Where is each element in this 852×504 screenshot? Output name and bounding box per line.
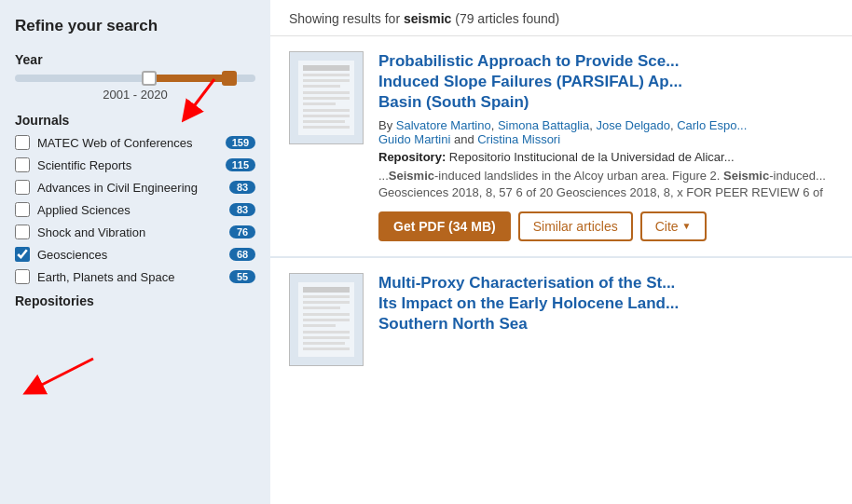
journal-item: Shock and Vibration 76: [15, 225, 255, 239]
year-slider-fill: [147, 75, 231, 82]
author-link[interactable]: Salvatore Martino: [396, 118, 491, 132]
article-preview-image: [298, 61, 354, 135]
journal-count: 68: [229, 248, 255, 261]
svg-rect-18: [303, 295, 350, 298]
journals-section: Journals MATEC Web of Conferences 159 Sc…: [15, 113, 255, 308]
journal-checkbox-shock[interactable]: [15, 225, 30, 239]
journal-count: 159: [226, 136, 255, 149]
results-suffix: (79 articles found): [451, 11, 559, 26]
journal-count: 115: [226, 158, 255, 171]
journal-name: Applied Sciences: [37, 203, 222, 217]
journal-checkbox-scientific[interactable]: [15, 157, 30, 172]
svg-rect-12: [303, 109, 350, 112]
svg-rect-26: [303, 342, 345, 345]
svg-rect-15: [303, 126, 350, 129]
journal-count: 83: [229, 203, 255, 216]
svg-rect-6: [303, 74, 350, 76]
journal-item: Earth, Planets and Space 55: [15, 269, 255, 284]
journal-checkbox-matec[interactable]: [15, 135, 30, 150]
sidebar: Refine your search Year 2001 - 2020 Jour…: [0, 0, 270, 504]
year-range-label: 2001 - 2020: [15, 88, 255, 102]
journal-name: Geosciences: [37, 248, 222, 262]
svg-rect-14: [303, 120, 345, 123]
results-keyword: seismic: [404, 11, 451, 26]
article-actions-1: Get PDF (34 MB) Similar articles Cite ▼: [378, 211, 833, 241]
journal-item: Scientific Reports 115: [15, 157, 255, 172]
svg-rect-11: [303, 102, 336, 105]
svg-rect-10: [303, 97, 350, 100]
journal-name: MATEC Web of Conferences: [37, 136, 218, 150]
article-body-2: Multi-Proxy Characterisation of the St..…: [378, 273, 833, 366]
svg-rect-24: [303, 331, 350, 334]
journal-item: Advances in Civil Engineering 83: [15, 180, 255, 195]
article-thumbnail-2: [289, 273, 364, 366]
cite-button[interactable]: Cite ▼: [640, 211, 707, 241]
similar-articles-button[interactable]: Similar articles: [518, 211, 633, 241]
results-prefix: Showing results for: [289, 11, 404, 26]
journal-item: MATEC Web of Conferences 159: [15, 135, 255, 150]
year-slider-track[interactable]: [15, 75, 255, 82]
svg-rect-8: [303, 85, 340, 88]
article-thumbnail-1: [289, 51, 364, 144]
repo-label: Repository:: [378, 150, 446, 164]
year-slider-handle-right[interactable]: [222, 71, 237, 86]
author-link[interactable]: Cristina Missori: [477, 132, 560, 146]
journal-item: Applied Sciences 83: [15, 202, 255, 217]
journal-name: Advances in Civil Engineering: [37, 181, 222, 195]
journals-label: Journals: [15, 113, 255, 128]
svg-rect-17: [303, 287, 350, 293]
repo-name: Repositorio Institucional de la Universi…: [449, 150, 735, 164]
author-link[interactable]: Carlo Espo...: [677, 118, 747, 132]
journal-count: 55: [229, 270, 255, 283]
year-slider-handle-left[interactable]: [142, 71, 157, 86]
svg-rect-9: [303, 91, 350, 94]
article-card-1: Probabilistic Approach to Provide Sce...…: [270, 36, 852, 258]
article-snippet-1: ...Seismic-induced landslides in the Alc…: [378, 168, 833, 201]
journal-name: Shock and Vibration: [37, 225, 222, 239]
svg-rect-20: [303, 306, 340, 309]
svg-rect-27: [303, 347, 350, 350]
article-body-1: Probabilistic Approach to Provide Sce...…: [378, 51, 833, 241]
journal-checkbox-geosciences[interactable]: [15, 247, 30, 262]
year-filter: Year 2001 - 2020: [15, 52, 255, 102]
journal-checkbox-earth[interactable]: [15, 269, 30, 284]
author-link[interactable]: Jose Delgado: [596, 118, 670, 132]
article-title-2[interactable]: Multi-Proxy Characterisation of the St..…: [378, 273, 833, 334]
svg-rect-22: [303, 319, 350, 321]
year-label: Year: [15, 52, 255, 67]
authors-prefix: By: [378, 118, 396, 132]
journal-checkbox-advances[interactable]: [15, 180, 30, 195]
svg-rect-7: [303, 79, 350, 82]
get-pdf-button[interactable]: Get PDF (34 MB): [378, 211, 511, 241]
svg-rect-25: [303, 336, 350, 339]
svg-rect-19: [303, 301, 350, 304]
main-content: Showing results for seismic (79 articles…: [270, 0, 852, 504]
article-repo-1: Repository: Repositorio Institucional de…: [378, 150, 833, 164]
journal-name: Scientific Reports: [37, 158, 218, 172]
article-title-1[interactable]: Probabilistic Approach to Provide Sce...…: [378, 51, 833, 113]
svg-rect-21: [303, 313, 350, 316]
svg-rect-5: [303, 65, 350, 71]
cite-label: Cite: [655, 219, 679, 234]
journal-name: Earth, Planets and Space: [37, 270, 222, 284]
article-authors-1: By Salvatore Martino, Simona Battaglia, …: [378, 118, 833, 146]
article-card-2: Multi-Proxy Characterisation of the St..…: [270, 258, 852, 381]
author-link[interactable]: Simona Battaglia: [498, 118, 589, 132]
journal-checkbox-applied[interactable]: [15, 202, 30, 217]
journal-item-geosciences: Geosciences 68: [15, 247, 255, 262]
author-link[interactable]: Guido Martini: [378, 132, 450, 146]
svg-rect-13: [303, 115, 350, 117]
results-header: Showing results for seismic (79 articles…: [270, 0, 852, 36]
svg-rect-23: [303, 324, 336, 327]
chevron-down-icon: ▼: [682, 221, 692, 231]
sidebar-title: Refine your search: [15, 17, 255, 35]
journal-count: 76: [229, 225, 255, 238]
repositories-label: Repositories: [15, 293, 255, 308]
journal-count: 83: [229, 181, 255, 194]
article-preview-image-2: [298, 282, 354, 357]
